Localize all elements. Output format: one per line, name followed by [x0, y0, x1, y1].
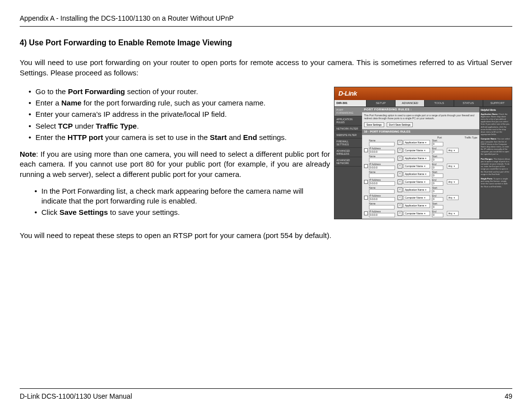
copy-app-button[interactable]: < [398, 140, 402, 145]
app-select[interactable]: Application Name [403, 171, 430, 176]
computer-select[interactable]: Computer Name [403, 148, 430, 153]
ip-input[interactable]: 0.0.0.0 [369, 213, 395, 217]
app-select[interactable]: Application Name [403, 187, 430, 192]
rule-ip-row: IP Address0.0.0.0<Computer NameEnd0Any [364, 178, 477, 186]
traffic-type-select[interactable]: Any [447, 164, 459, 169]
rule-checkbox[interactable] [364, 148, 368, 152]
start-input[interactable]: 0 [432, 205, 443, 209]
ip-input[interactable]: 0.0.0.0 [369, 150, 395, 154]
end-input[interactable]: 0 [432, 181, 443, 186]
rules-heading: 10 - PORT FORWARDING RULES [362, 129, 479, 135]
start-input[interactable]: 0 [432, 142, 443, 146]
copy-computer-button[interactable]: < [398, 148, 402, 153]
name-input[interactable] [369, 173, 395, 178]
start-input[interactable]: 0 [432, 189, 443, 194]
appendix-title: Appendix A - Installing the DCS-1100/113… [20, 14, 233, 22]
pf-desc: This Port Forwarding option is used to o… [362, 112, 479, 121]
start-input[interactable]: 0 [432, 173, 443, 178]
rule-name-row: Name<Application NameStart0 [364, 139, 477, 146]
app-select[interactable]: Application Name [403, 203, 430, 208]
ip-input[interactable]: 0.0.0.0 [369, 181, 395, 186]
list-item: Select TCP under Traffic Type. [29, 121, 330, 131]
computer-select[interactable]: Computer Name [403, 179, 430, 184]
rule-ip-row: IP Address0.0.0.0<Computer NameEnd0Any [364, 194, 477, 202]
end-input[interactable]: 0 [432, 213, 443, 217]
rules-table: Port Traffic Type Name<Application NameS… [362, 135, 479, 219]
copy-computer-button[interactable]: < [398, 195, 402, 200]
rule-checkbox[interactable] [364, 164, 368, 168]
sidebar-item-portforwarding[interactable]: PORT FORWARDING [334, 107, 362, 116]
copy-computer-button[interactable]: < [398, 179, 402, 184]
help-title: Helpful Hints [481, 108, 510, 112]
steps-list: Go to the Port Forwarding section of you… [20, 87, 330, 142]
rule-checkbox[interactable] [364, 180, 368, 184]
dont-save-button[interactable]: Don't Save Settings [387, 122, 413, 127]
rule-name-row: Name<Application NameStart0 [364, 171, 477, 178]
tab-advanced[interactable]: ADVANCED [395, 100, 424, 106]
list-item: In the Port Forwarding list, a check mar… [34, 186, 330, 206]
copy-computer-button[interactable]: < [398, 211, 402, 216]
router-banner: D-Link [334, 87, 512, 100]
router-help-panel: Helpful Hints Application Name: Check th… [479, 107, 512, 218]
sidebar-item[interactable]: FIREWALL SETTINGS [334, 138, 362, 148]
copy-computer-button[interactable]: < [398, 164, 402, 169]
end-input[interactable]: 0 [432, 197, 443, 202]
list-item: Enter your camera's IP address in the pr… [29, 109, 330, 119]
traffic-type-select[interactable]: Any [447, 179, 459, 184]
traffic-type-select[interactable]: Any [447, 195, 459, 200]
sidebar-item[interactable]: WEBSITE FILTER [334, 132, 362, 138]
traffic-type-select[interactable]: Any [447, 148, 459, 153]
router-model: DIR-301 [334, 100, 366, 106]
list-item: Go to the Port Forwarding section of you… [29, 87, 330, 97]
tab-status[interactable]: STATUS [454, 100, 483, 106]
note-paragraph: Note: If you are using more than one cam… [20, 149, 330, 179]
computer-select[interactable]: Computer Name [403, 211, 430, 216]
router-main: PORT FORWARDING RULES : This Port Forwar… [362, 107, 479, 218]
list-item: Enter a Name for the port forwarding rul… [29, 98, 330, 108]
name-input[interactable] [369, 158, 395, 162]
rule-name-row: Name<Application NameStart0 [364, 155, 477, 162]
tab-setup[interactable]: SETUP [366, 100, 395, 106]
list-item: Enter the HTTP port your camera is set t… [29, 133, 330, 142]
dlink-logo: D-Link [338, 90, 357, 98]
copy-app-button[interactable]: < [398, 203, 402, 208]
section-title: 4) Use Port Forwarding to Enable Remote … [20, 37, 512, 48]
ip-input[interactable]: 0.0.0.0 [369, 166, 395, 170]
start-input[interactable]: 0 [432, 158, 443, 162]
computer-select[interactable]: Computer Name [403, 164, 430, 169]
outro-paragraph: You will need to repeat these steps to o… [20, 231, 512, 240]
traffic-type-select[interactable]: Any [447, 211, 459, 216]
intro-paragraph: You will need to use port forwarding on … [20, 58, 512, 78]
router-sidebar: PORT FORWARDING APPLICATION RULES NETWOR… [334, 107, 362, 218]
end-input[interactable]: 0 [432, 150, 443, 154]
sidebar-item[interactable]: APPLICATION RULES [334, 116, 362, 126]
pf-heading: PORT FORWARDING RULES : [362, 107, 479, 112]
name-input[interactable] [369, 189, 395, 194]
rule-ip-row: IP Address0.0.0.0<Computer NameEnd0Any [364, 147, 477, 154]
app-select[interactable]: Application Name [403, 140, 430, 145]
app-select[interactable]: Application Name [403, 156, 430, 161]
router-screenshot: D-Link DIR-301 SETUP ADVANCED TOOLS STAT… [334, 87, 512, 219]
rule-ip-row: IP Address0.0.0.0<Computer NameEnd0Any [364, 210, 477, 217]
ip-input[interactable]: 0.0.0.0 [369, 197, 395, 202]
save-settings-button[interactable]: Save Settings [364, 122, 384, 127]
rule-ip-row: IP Address0.0.0.0<Computer NameEnd0Any [364, 163, 477, 170]
sidebar-item[interactable]: ADVANCED NETWORK [334, 157, 362, 167]
copy-app-button[interactable]: < [398, 171, 402, 176]
tab-support[interactable]: SUPPORT [483, 100, 512, 106]
rule-checkbox[interactable] [364, 196, 368, 200]
sidebar-item[interactable]: NETWORK FILTER [334, 126, 362, 132]
copy-app-button[interactable]: < [398, 156, 402, 161]
rule-name-row: Name<Application NameStart0 [364, 186, 477, 194]
list-item: Click Save Settings to save your setting… [34, 207, 330, 217]
computer-select[interactable]: Computer Name [403, 195, 430, 200]
end-input[interactable]: 0 [432, 166, 443, 170]
name-input[interactable] [369, 205, 395, 209]
rule-name-row: Name<Application NameStart0 [364, 202, 477, 209]
tab-tools[interactable]: TOOLS [424, 100, 453, 106]
rule-checkbox[interactable] [364, 211, 368, 215]
sidebar-item[interactable]: ADVANCED WIRELESS [334, 148, 362, 157]
col-traffic: Traffic Type [443, 136, 477, 139]
copy-app-button[interactable]: < [398, 187, 402, 192]
name-input[interactable] [369, 142, 395, 146]
